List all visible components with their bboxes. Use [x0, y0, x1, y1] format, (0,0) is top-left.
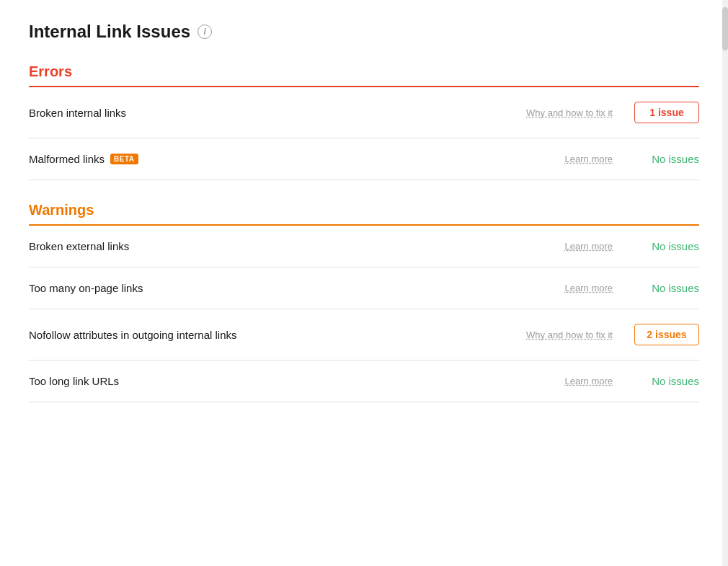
- malformed-links-label: Malformed links BETA: [29, 153, 565, 165]
- broken-external-links-label: Broken external links: [29, 240, 565, 252]
- broken-internal-links-action[interactable]: Why and how to fix it: [526, 107, 613, 118]
- malformed-links-actions: Learn more No issues: [565, 153, 699, 165]
- too-many-links-status: No issues: [634, 282, 699, 294]
- too-long-urls-action[interactable]: Learn more: [565, 376, 613, 386]
- errors-heading: Errors: [29, 63, 699, 80]
- nofollow-attributes-action[interactable]: Why and how to fix it: [526, 330, 613, 340]
- broken-external-links-status: No issues: [634, 240, 699, 252]
- too-long-urls-status: No issues: [634, 375, 699, 387]
- warnings-heading: Warnings: [29, 202, 699, 218]
- broken-internal-links-actions: Why and how to fix it 1 issue: [526, 102, 699, 123]
- too-many-links-label: Too many on-page links: [29, 282, 565, 294]
- page-title: Internal Link Issues: [29, 22, 190, 42]
- errors-section: Errors Broken internal links Why and how…: [29, 63, 699, 180]
- info-icon[interactable]: i: [197, 25, 212, 39]
- nofollow-attributes-actions: Why and how to fix it 2 issues: [526, 324, 699, 345]
- scrollbar-thumb[interactable]: [722, 7, 728, 50]
- table-row: Too long link URLs Learn more No issues: [29, 361, 699, 402]
- warnings-section: Warnings Broken external links Learn mor…: [29, 202, 699, 402]
- table-row: Broken internal links Why and how to fix…: [29, 87, 699, 138]
- broken-external-links-action[interactable]: Learn more: [565, 241, 613, 252]
- malformed-links-status: No issues: [634, 153, 699, 165]
- table-row: Nofollow attributes in outgoing internal…: [29, 309, 699, 361]
- scrollbar[interactable]: [722, 0, 728, 566]
- broken-internal-links-label: Broken internal links: [29, 107, 526, 119]
- broken-external-links-actions: Learn more No issues: [565, 240, 699, 252]
- broken-internal-links-status[interactable]: 1 issue: [634, 102, 699, 123]
- malformed-links-action[interactable]: Learn more: [565, 154, 613, 164]
- table-row: Too many on-page links Learn more No iss…: [29, 267, 699, 309]
- table-row: Malformed links BETA Learn more No issue…: [29, 138, 699, 180]
- beta-badge: BETA: [110, 154, 138, 164]
- too-many-links-actions: Learn more No issues: [565, 282, 699, 294]
- too-long-urls-actions: Learn more No issues: [565, 375, 699, 387]
- nofollow-attributes-label: Nofollow attributes in outgoing internal…: [29, 329, 526, 341]
- too-many-links-action[interactable]: Learn more: [565, 283, 613, 293]
- table-row: Broken external links Learn more No issu…: [29, 226, 699, 267]
- too-long-urls-label: Too long link URLs: [29, 375, 565, 387]
- nofollow-attributes-status[interactable]: 2 issues: [634, 324, 699, 345]
